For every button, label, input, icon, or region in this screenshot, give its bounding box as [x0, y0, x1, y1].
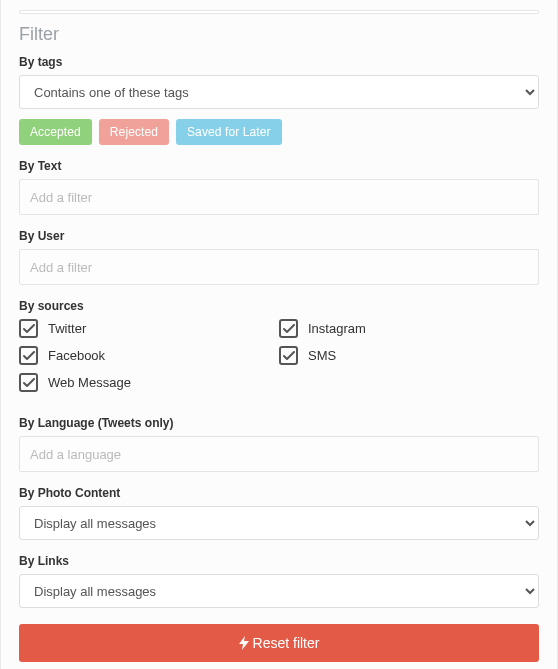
- sources-grid: Twitter Instagram Facebook SMS Web Messa…: [19, 319, 539, 392]
- label-by-links: By Links: [19, 554, 539, 568]
- source-item-twitter: Twitter: [19, 319, 279, 338]
- check-icon: [23, 324, 35, 334]
- tag-pill-row: Accepted Rejected Saved for Later: [19, 119, 539, 145]
- source-item-sms: SMS: [279, 346, 539, 365]
- reset-filter-label: Reset filter: [253, 635, 320, 651]
- source-item-instagram: Instagram: [279, 319, 539, 338]
- filter-panel: Filter By tags Contains one of these tag…: [0, 0, 558, 669]
- links-select[interactable]: Display all messages: [19, 574, 539, 608]
- label-by-text: By Text: [19, 159, 539, 173]
- text-filter-input[interactable]: [19, 179, 539, 215]
- reset-filter-button[interactable]: Reset filter: [19, 624, 539, 662]
- tag-accepted[interactable]: Accepted: [19, 119, 92, 145]
- check-icon: [283, 351, 295, 361]
- filter-title: Filter: [19, 24, 539, 45]
- source-label: Twitter: [48, 321, 86, 336]
- checkbox-web-message[interactable]: [19, 373, 38, 392]
- label-by-user: By User: [19, 229, 539, 243]
- language-filter-input[interactable]: [19, 436, 539, 472]
- checkbox-facebook[interactable]: [19, 346, 38, 365]
- label-by-photo-content: By Photo Content: [19, 486, 539, 500]
- tag-saved-for-later[interactable]: Saved for Later: [176, 119, 282, 145]
- check-icon: [23, 351, 35, 361]
- lightning-icon: [239, 636, 249, 650]
- check-icon: [283, 324, 295, 334]
- source-label: SMS: [308, 348, 336, 363]
- source-label: Instagram: [308, 321, 366, 336]
- tags-mode-select[interactable]: Contains one of these tags: [19, 75, 539, 109]
- checkbox-sms[interactable]: [279, 346, 298, 365]
- divider: [19, 10, 539, 14]
- label-by-tags: By tags: [19, 55, 539, 69]
- tag-rejected[interactable]: Rejected: [99, 119, 169, 145]
- source-label: Web Message: [48, 375, 131, 390]
- check-icon: [23, 378, 35, 388]
- label-by-sources: By sources: [19, 299, 539, 313]
- source-item-web-message: Web Message: [19, 373, 279, 392]
- source-label: Facebook: [48, 348, 105, 363]
- checkbox-instagram[interactable]: [279, 319, 298, 338]
- label-by-language: By Language (Tweets only): [19, 416, 539, 430]
- checkbox-twitter[interactable]: [19, 319, 38, 338]
- source-item-facebook: Facebook: [19, 346, 279, 365]
- photo-content-select[interactable]: Display all messages: [19, 506, 539, 540]
- user-filter-input[interactable]: [19, 249, 539, 285]
